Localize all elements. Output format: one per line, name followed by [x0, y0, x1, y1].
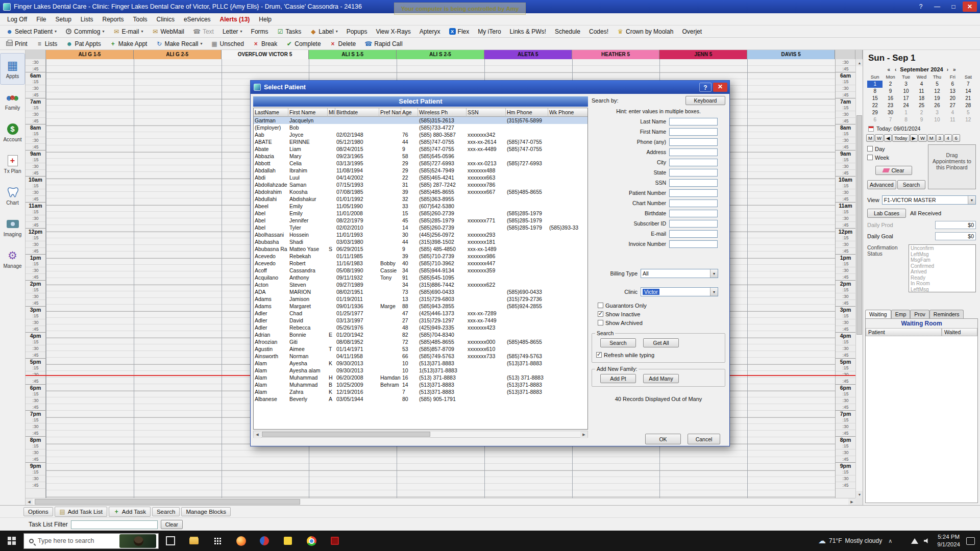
schedule-horizontal-scrollbar[interactable]: ◀ ▶	[26, 498, 855, 505]
taskbar-app-icon[interactable]	[206, 531, 229, 551]
toolbar-button[interactable]: ☎ Text ▾	[189, 27, 218, 37]
operatory-header[interactable]: OVERFLOW VICTOR 5	[222, 50, 309, 59]
scrollbar-thumb[interactable]	[35, 499, 300, 505]
patient-row[interactable]: (Employer)Bob(585)733-4727	[254, 124, 587, 131]
calendar-date[interactable]: 22	[867, 102, 883, 109]
sidebar-module-button[interactable]: ▦ Appts	[0, 53, 25, 85]
calendar-date[interactable]: 16	[883, 95, 898, 102]
search-field-input[interactable]	[669, 148, 718, 156]
search-field-input[interactable]	[669, 179, 718, 187]
patient-row[interactable]: AgustinAimeeT01/14/197153(585)857-8709xx…	[254, 345, 587, 353]
calendar-date[interactable]: 7	[883, 116, 898, 123]
filter-checkbox[interactable]: Show Inactive	[598, 310, 725, 318]
tray-expand-icon[interactable]: ∧	[888, 538, 892, 544]
calendar-date[interactable]: 28	[961, 102, 976, 109]
calendar-date[interactable]: 12	[929, 88, 945, 95]
taskbar-app-icon[interactable]	[253, 531, 276, 551]
patient-row[interactable]: AbdiLuul04/14/200222(585)465-4241xxxxxxx…	[254, 174, 587, 181]
toolbar-button[interactable]: Apteryx ▾	[415, 27, 445, 37]
patient-row[interactable]: AcevedoRebekah01/11/198539(585)710-2739x…	[254, 253, 587, 260]
panel-tab[interactable]: Waiting	[865, 310, 891, 318]
toolbar-button[interactable]: ☻ Select Patient ▾	[2, 27, 61, 37]
column-header[interactable]: Wk Phone	[548, 108, 588, 117]
confirmation-status-item[interactable]: Unconfirm	[911, 245, 974, 252]
add-many-button[interactable]: Add Many	[643, 374, 679, 383]
calendar-date[interactable]: 14	[961, 88, 976, 95]
taskbar-app-icon[interactable]	[229, 531, 253, 551]
weather-widget[interactable]: ☁ 71°F Mostly cloudy	[818, 536, 882, 545]
operatory-header[interactable]: ALI G 1-5	[46, 50, 134, 59]
week-checkbox[interactable]: Week	[867, 153, 925, 162]
scroll-left-arrow[interactable]: ◀	[254, 431, 261, 438]
view-button[interactable]: Today	[892, 134, 909, 142]
calendar-date[interactable]: 21	[961, 95, 976, 102]
patient-row[interactable]: AbelTyler02/02/201014(585)260-2739(585)2…	[254, 224, 587, 231]
patient-row[interactable]: AinsworthNorman04/11/195866(585)749-5763…	[254, 353, 587, 360]
patient-row[interactable]: AabJoyce02/02/194876(585) 880-3587xxxxxx…	[254, 131, 587, 138]
column-header[interactable]: Wireless Ph	[418, 108, 467, 117]
patient-row[interactable]: AlamAyesha alam09/30/2013101(513)371-888…	[254, 367, 587, 374]
add-pt-button[interactable]: Add Pt	[600, 374, 636, 383]
panel-tab[interactable]: Emp	[891, 310, 911, 318]
toolbar-button[interactable]: Links & PWs! ▾	[506, 27, 550, 37]
calendar-date[interactable]: 17	[898, 95, 914, 102]
patient-row[interactable]: ADAMARION08/02/195173(585)690-0433(585)6…	[254, 288, 587, 295]
scroll-left-arrow[interactable]: ◀	[26, 498, 33, 505]
calendar-date[interactable]: 6	[867, 116, 883, 123]
search-field-input[interactable]	[669, 230, 718, 238]
tray-icon[interactable]	[898, 537, 906, 545]
calendar-date[interactable]: 18	[914, 95, 929, 102]
column-header[interactable]: Birthdate	[335, 108, 379, 117]
toolbar-button[interactable]: ▦ Unsched ▾	[207, 39, 248, 49]
patient-row[interactable]: AbolhassaniHossein11/01/199330(445)256-0…	[254, 231, 587, 238]
toolbar-button[interactable]: My iTero ▾	[474, 27, 505, 37]
view-button[interactable]: ◀	[884, 134, 892, 142]
calendar-prev-year-button[interactable]: «	[886, 67, 891, 72]
panel-tab[interactable]: Reminders	[929, 310, 964, 318]
patient-row[interactable]: AfroozianGiti08/08/195272(585)485-8655xx…	[254, 338, 587, 345]
patient-row[interactable]: ABATEERINNE05/12/198044(585)747-0755xxx-…	[254, 138, 587, 145]
menu-item[interactable]: Tools	[129, 14, 152, 24]
tray-icon[interactable]	[923, 537, 931, 545]
operatory-header[interactable]: HEATHER 5	[572, 50, 660, 59]
search-field-input[interactable]	[669, 189, 718, 197]
sidebar-module-button[interactable]: Imaging	[0, 211, 25, 243]
toolbar-button[interactable]: + Make Appt ▾	[106, 39, 152, 49]
taskbar-app-icon[interactable]	[300, 531, 323, 551]
schedule-column[interactable]	[747, 59, 835, 498]
confirmation-status-item[interactable]: In Room	[911, 281, 974, 287]
close-button[interactable]: ✕	[963, 2, 977, 12]
calendar-date[interactable]: 10	[898, 88, 914, 95]
patient-row[interactable]: AbelEmily11/01/200815(585)260-2739(585)2…	[254, 210, 587, 217]
notification-center-icon[interactable]	[966, 537, 975, 545]
patient-row[interactable]: AbelJennifer08/22/197945(585)285-1979xxx…	[254, 217, 587, 224]
confirmation-status-item[interactable]: LeftMsg	[911, 287, 974, 293]
patient-row[interactable]: AdrianBonnieE01/20/194282(585)704-8340	[254, 331, 587, 338]
column-header[interactable]: SSN	[467, 108, 506, 117]
clinic-select[interactable]: Victor ▾ AllCanandaiguaNaplesWest Henrie…	[641, 287, 718, 296]
operatory-header[interactable]: ALI S 1-5	[309, 50, 397, 59]
operatory-header[interactable]: ALI S 2-5	[397, 50, 484, 59]
calendar-date[interactable]: 29	[867, 109, 883, 116]
help-button[interactable]: ?	[914, 2, 928, 12]
toolbar-button[interactable]: ↻ Make Recall ▾	[152, 39, 206, 49]
confirmation-status-item[interactable]: MsgFam	[911, 257, 974, 263]
operatory-header[interactable]: ALI G 2-5	[134, 50, 222, 59]
sidebar-module-button[interactable]: Chart	[0, 180, 25, 211]
taskbar-app-icon[interactable]	[182, 531, 206, 551]
patient-row[interactable]: GartmanJacquelyn(585)315-2613(315)576-58…	[254, 117, 587, 124]
toolbar-button[interactable]: Popups ▾	[342, 27, 372, 37]
toolbar-button[interactable]: View X-Rays ▾	[372, 27, 414, 37]
calendar-date[interactable]: 1	[898, 109, 914, 116]
ok-button[interactable]: OK	[645, 434, 681, 444]
patient-row[interactable]: AbdolrahimKoosha07/08/198539(585)485-865…	[254, 188, 587, 195]
calendar-date[interactable]: 15	[867, 95, 883, 102]
patient-row[interactable]: AcquilanoAnthony09/11/1932Tony91(585)545…	[254, 274, 587, 281]
clear-pinboard-button[interactable]: Clear	[875, 166, 912, 175]
dialog-help-button[interactable]: ?	[699, 83, 712, 92]
toolbar-button[interactable]: Print ▾	[2, 39, 32, 49]
taskbar-app-icon[interactable]	[323, 531, 347, 551]
menu-item[interactable]: Clinics	[153, 14, 179, 24]
view-button[interactable]: M	[927, 134, 936, 142]
calendar-date[interactable]: 8	[898, 116, 914, 123]
